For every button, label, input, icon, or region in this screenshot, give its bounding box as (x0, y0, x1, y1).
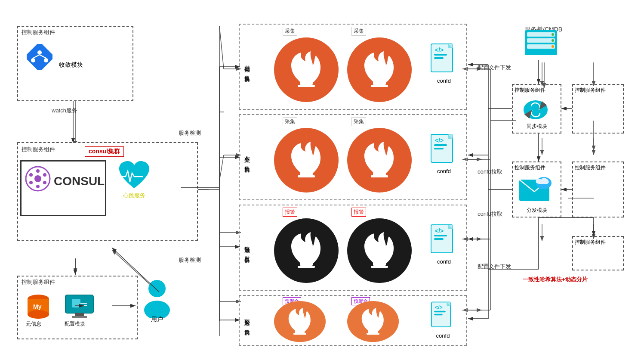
svg-rect-78 (373, 172, 386, 175)
consul-cluster-box-label: 控制服务组件 (22, 146, 55, 153)
svg-rect-89 (371, 266, 388, 268)
alert-confd-label: confd (429, 258, 459, 265)
config-module-icon (63, 293, 96, 320)
biz-flame-1 (274, 128, 339, 193)
receive-module-label: 收敛模块 (59, 61, 83, 69)
svg-rect-66 (300, 81, 313, 85)
biz-confd-icon: </> confd (429, 132, 459, 174)
svg-text:</>: </> (435, 227, 444, 234)
alert-flame-1 (274, 218, 339, 283)
svg-point-65 (144, 301, 170, 318)
pre-confd-icon: </> confd (429, 300, 457, 339)
svg-point-56 (28, 310, 49, 319)
config-file-download-1: 配置文件下发 (478, 64, 511, 71)
biz-collect-tag2: 采集 (351, 117, 366, 126)
svg-rect-40 (27, 44, 52, 70)
right-ctrl-label-2: 控制服务组件 (575, 164, 606, 171)
pre-confd-label: confd (429, 332, 457, 339)
svg-line-11 (219, 155, 224, 181)
svg-rect-59 (75, 313, 84, 317)
svg-rect-77 (298, 175, 315, 177)
svg-point-111 (552, 39, 554, 42)
svg-point-51 (36, 185, 40, 188)
svg-rect-107 (527, 32, 555, 37)
sync-icon (519, 97, 554, 124)
right-ctrl-label-3: 控制服务组件 (575, 239, 606, 246)
business-collect-label: 业务采 集集群 (243, 151, 251, 164)
base-flame-2 (347, 37, 412, 102)
base-confd-icon: </> confd (429, 42, 459, 84)
consul-cluster-box: 控制服务组件 consul集群 CONSUL (17, 142, 198, 241)
svg-rect-74 (434, 57, 444, 59)
svg-line-9 (219, 26, 224, 69)
svg-point-49 (43, 173, 46, 177)
svg-rect-76 (300, 172, 313, 175)
svg-rect-79 (371, 175, 388, 177)
right-ctrl-box-3: 控制服务组件 (572, 236, 624, 270)
base-flame-1 (274, 37, 339, 102)
svg-text:</>: </> (435, 304, 443, 311)
svg-rect-85 (434, 148, 444, 149)
svg-point-53 (29, 173, 33, 177)
svg-point-64 (148, 280, 166, 297)
svg-rect-86 (300, 262, 313, 266)
consul-text: CONSUL (54, 174, 105, 188)
svg-rect-68 (373, 81, 386, 85)
svg-rect-98 (368, 330, 378, 333)
svg-rect-105 (434, 314, 442, 316)
svg-rect-87 (298, 266, 315, 268)
base-confd-label: confd (429, 78, 459, 84)
svg-rect-96 (295, 330, 305, 333)
sync-module-label: 控制服务组件 (515, 87, 545, 94)
svg-rect-60 (72, 316, 87, 318)
server-icon (523, 28, 559, 62)
svg-text:</>: </> (435, 137, 444, 144)
pre-flame-1 (274, 301, 326, 342)
right-ctrl-box-2: 控制服务组件 (572, 162, 624, 217)
service-check-label-1: 服务检测 (179, 129, 201, 137)
meta-info-label: 元信息 (26, 320, 41, 328)
svg-point-112 (552, 45, 554, 48)
svg-rect-104 (434, 311, 445, 313)
svg-rect-88 (373, 262, 386, 266)
sync-module-box: 控制服务组件 同步模块 (512, 84, 561, 134)
dist-module-label: 分发模块 (527, 207, 547, 214)
consul-inner-box: CONSUL (20, 160, 106, 216)
heart-service-icon: 心跳服务 (117, 160, 151, 199)
svg-point-43 (44, 58, 48, 62)
biz-confd-label: confd (429, 168, 459, 174)
alert-tag1: 报警 (283, 208, 297, 217)
svg-rect-95 (434, 238, 444, 240)
config-file-download-2: 配置文件下发 (478, 263, 511, 270)
bottom-left-label: 控制服务组件 (22, 278, 55, 286)
alert-tag2: 报警 (351, 208, 366, 217)
confd-pull-2: confd拉取 (478, 210, 502, 218)
consul-logo (25, 166, 51, 192)
git-icon (27, 44, 52, 70)
svg-rect-99 (367, 333, 379, 335)
svg-rect-69 (371, 85, 388, 87)
heart-service-label: 心跳服务 (117, 192, 151, 199)
top-left-control-box: 控制服务组件 收敛模块 (17, 26, 133, 101)
consul-cluster-inner-label: consul集群 (85, 146, 124, 157)
business-collect-cluster: 业务采 集集群 采集 采集 </> (239, 114, 467, 200)
dist-icon (517, 175, 556, 205)
config-module-label: 配置模块 (65, 320, 85, 328)
svg-rect-108 (527, 38, 555, 43)
alert-confd-icon: </> confd (429, 223, 459, 265)
svg-rect-67 (298, 85, 315, 87)
svg-rect-84 (434, 144, 447, 146)
base-collect-label: 基础采 集集群 (243, 61, 251, 73)
svg-rect-97 (293, 333, 306, 335)
base-collect-cluster: 基础采 集集群 采集 采集 (239, 24, 467, 110)
svg-point-110 (552, 33, 554, 36)
right-ctrl-label-1: 控制服务组件 (575, 87, 606, 94)
alert-flame-2 (347, 218, 412, 283)
confd-pull-1: confd拉取 (478, 168, 502, 176)
dist-ctrl-label: 控制服务组件 (515, 164, 545, 171)
alert-trigger-cluster: 告警触 发集群 报警 报警 </> (239, 205, 467, 291)
pre-agg-cluster: 预聚发 集群 预聚合 预聚合 </> (239, 295, 467, 346)
alert-trigger-label: 告警触 发集群 (243, 242, 251, 254)
svg-rect-94 (434, 235, 447, 236)
biz-collect-tag1: 采集 (283, 117, 297, 126)
